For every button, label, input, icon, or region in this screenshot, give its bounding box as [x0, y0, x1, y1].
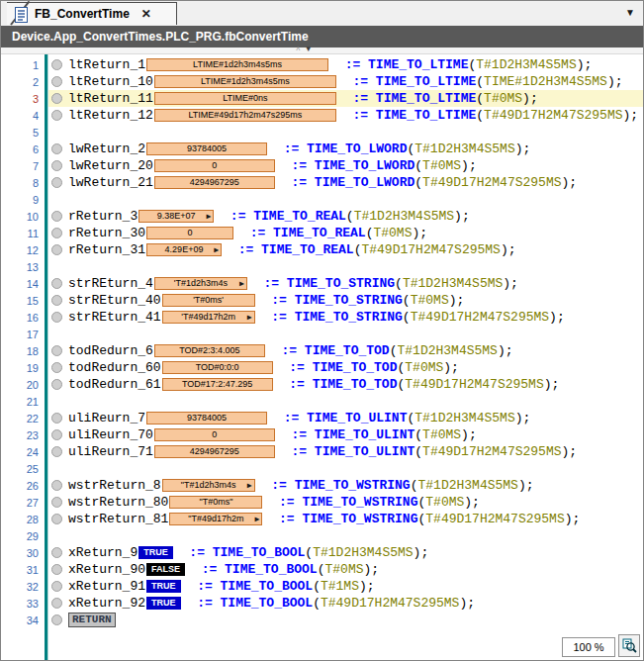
code-line[interactable]: xReturn_92TRUE := TIME_TO_BOOL(T#49D17H2… — [45, 595, 643, 612]
monitor-value-box[interactable]: 0 — [154, 159, 275, 172]
code-line[interactable] — [45, 124, 643, 141]
code-line[interactable]: wstrReturn_81"T#49d17h2m▶ := TIME_TO_WST… — [45, 511, 643, 527]
code-line[interactable]: uliReurn_700 := TIME_TO_ULINT(T#0MS); — [45, 426, 643, 443]
code-line[interactable] — [45, 191, 643, 208]
splitter-handle[interactable]: ˄ ▼ — [296, 46, 313, 53]
breakpoint-dot[interactable] — [51, 514, 62, 524]
breakpoint-dot[interactable] — [51, 345, 62, 356]
breakpoint-dot[interactable] — [51, 379, 62, 390]
monitor-value-badge[interactable]: TRUE — [146, 580, 181, 593]
code-line[interactable]: xReturn_90FALSE := TIME_TO_BOOL(T#0MS); — [45, 561, 643, 578]
monitor-value-box[interactable]: TOD#17:2:47.295 — [162, 378, 273, 391]
monitor-value-box[interactable]: "T#1d2h3m4s▶ — [162, 479, 255, 492]
breakpoint-dot[interactable] — [51, 228, 62, 238]
breakpoint-dot[interactable] — [51, 547, 62, 558]
breakpoint-dot[interactable] — [51, 446, 62, 457]
code-line[interactable]: ltReturn_11LTIME#0ns := TIME_TO_LTIME(T#… — [45, 90, 643, 107]
zoom-level-field[interactable]: 100 % — [562, 637, 615, 657]
monitor-value-box[interactable]: LTIME#1d2h3m4s5ms — [146, 58, 328, 71]
code-line[interactable]: todRedurn_61TOD#17:2:47.295 := TIME_TO_T… — [45, 376, 643, 393]
code-line[interactable]: wstrReturn_8"T#1d2h3m4s▶ := TIME_TO_WSTR… — [45, 477, 643, 494]
breakpoint-dot[interactable] — [51, 93, 62, 104]
breakpoint-dot[interactable] — [51, 160, 62, 171]
code-line[interactable]: wstrReturn_80"T#0ms" := TIME_TO_WSTRING(… — [45, 494, 643, 511]
breakpoint-dot[interactable] — [51, 110, 62, 121]
breakpoint-dot[interactable] — [51, 312, 62, 323]
monitor-value-badge[interactable]: TRUE — [146, 597, 181, 610]
code-line[interactable]: lwReturn_214294967295 := TIME_TO_LWORD(T… — [45, 174, 643, 191]
monitor-value-box[interactable]: TOD#0:0:0 — [162, 361, 273, 374]
code-line[interactable]: rReturn_300 := TIME_TO_REAL(T#0MS); — [45, 225, 643, 241]
code-line[interactable] — [45, 393, 643, 410]
monitor-value-box[interactable]: 4.29E+09▶ — [146, 243, 222, 256]
code-line[interactable]: strREturn_40'T#0ms' := TIME_TO_STRING(T#… — [45, 292, 643, 309]
code-line[interactable] — [45, 527, 643, 544]
zoom-tool-button[interactable] — [618, 634, 640, 657]
code-line[interactable]: uliReurn_793784005 := TIME_TO_ULINT(T#1D… — [45, 410, 643, 426]
breakpoint-dot[interactable] — [51, 211, 62, 222]
monitor-value-box[interactable]: 4294967295 — [154, 176, 275, 189]
code-line[interactable]: RETURN — [45, 612, 643, 628]
code-line[interactable]: ltReturn_12LTIME#49d17h2m47s295ms := TIM… — [45, 107, 643, 124]
monitor-value-box[interactable]: 4294967295 — [154, 445, 275, 458]
expand-arrow-icon[interactable]: ▶ — [214, 245, 219, 255]
tab-list-dropdown-icon[interactable]: ▼ — [625, 7, 635, 18]
monitor-value-badge[interactable]: TRUE — [138, 546, 173, 559]
monitor-value-box[interactable]: 93784005 — [146, 412, 267, 425]
breakpoint-dot[interactable] — [51, 429, 62, 440]
monitor-value-box[interactable]: LTIME#49d17h2m47s295ms — [154, 109, 336, 122]
breakpoint-dot[interactable] — [51, 598, 62, 609]
breakpoint-dot[interactable] — [51, 295, 62, 306]
breakpoint-dot[interactable] — [51, 614, 62, 625]
tab-close-icon[interactable]: ✕ — [141, 7, 151, 21]
breakpoint-dot[interactable] — [51, 177, 62, 188]
expand-arrow-icon[interactable]: ▶ — [247, 481, 252, 491]
breakpoint-dot[interactable] — [51, 362, 62, 373]
code-line[interactable]: rReturn_314.29E+09▶ := TIME_TO_REAL(T#49… — [45, 241, 643, 258]
monitor-value-box[interactable]: 'T#1d2h3m4s▶ — [154, 277, 247, 290]
monitor-value-box[interactable]: TOD#2:3:4.005 — [154, 344, 265, 357]
breakpoint-dot[interactable] — [51, 497, 62, 508]
breakpoint-dot[interactable] — [51, 564, 62, 575]
code-editor[interactable]: 1ltReturn_1LTIME#1d2h3m4s5ms := TIME_TO_… — [1, 54, 643, 660]
code-line[interactable]: ltReturn_10LTIME#1d2h3m4s5ms := TIME_TO_… — [45, 73, 643, 90]
code-line[interactable]: xReturn_9TRUE := TIME_TO_BOOL(T#1D2H3M4S… — [45, 544, 643, 561]
breakpoint-dot[interactable] — [51, 76, 62, 87]
monitor-value-box[interactable]: 9.38E+07▶ — [138, 210, 214, 223]
breakpoint-dot[interactable] — [51, 278, 62, 289]
splitter[interactable]: ˄ ▼ — [1, 47, 643, 54]
monitor-value-box[interactable]: 93784005 — [146, 142, 267, 155]
breakpoint-dot[interactable] — [51, 480, 62, 491]
code-line[interactable]: xReturn_91TRUE := TIME_TO_BOOL(T#1MS); — [45, 578, 643, 595]
code-line[interactable] — [45, 326, 643, 342]
monitor-value-box[interactable]: 0 — [154, 428, 275, 441]
monitor-value-box[interactable]: "T#49d17h2m▶ — [169, 513, 262, 525]
code-line[interactable]: ltReturn_1LTIME#1d2h3m4s5ms := TIME_TO_L… — [45, 56, 643, 73]
monitor-value-box[interactable]: 'T#0ms' — [162, 294, 255, 307]
monitor-value-box[interactable]: LTIME#1d2h3m4s5ms — [154, 75, 336, 88]
tab-fb-converttime[interactable]: FB_ConvertTime ✕ — [7, 2, 177, 25]
code-line[interactable] — [45, 258, 643, 275]
monitor-value-box[interactable]: LTIME#0ns — [154, 92, 336, 105]
expand-arrow-icon[interactable]: ▶ — [255, 515, 260, 524]
expand-arrow-icon[interactable]: ▶ — [239, 279, 244, 289]
monitor-value-box[interactable]: "T#0ms" — [169, 496, 262, 509]
breakpoint-dot[interactable] — [51, 59, 62, 70]
code-line[interactable] — [45, 460, 643, 477]
code-line[interactable]: strREturn_41'T#49d17h2m▶ := TIME_TO_STRI… — [45, 309, 643, 326]
breakpoint-dot[interactable] — [51, 143, 62, 154]
breakpoint-dot[interactable] — [51, 413, 62, 424]
code-line[interactable]: todRedurn_60TOD#0:0:0 := TIME_TO_TOD(T#0… — [45, 359, 643, 376]
expand-arrow-icon[interactable]: ▶ — [206, 212, 211, 222]
code-line[interactable]: rReturn_39.38E+07▶ := TIME_TO_REAL(T#1D2… — [45, 208, 643, 225]
code-line[interactable]: strREturn_4'T#1d2h3m4s▶ := TIME_TO_STRIN… — [45, 275, 643, 292]
monitor-value-box[interactable]: 'T#49d17h2m▶ — [162, 311, 255, 324]
code-line[interactable]: lwReturn_200 := TIME_TO_LWORD(T#0MS); — [45, 157, 643, 174]
breakpoint-dot[interactable] — [51, 244, 62, 255]
code-line[interactable]: todRedurn_6TOD#2:3:4.005 := TIME_TO_TOD(… — [45, 342, 643, 359]
expand-arrow-icon[interactable]: ▶ — [247, 313, 252, 323]
monitor-value-badge[interactable]: FALSE — [146, 563, 185, 576]
monitor-value-box[interactable]: 0 — [146, 227, 233, 239]
code-line[interactable]: uliReurn_714294967295 := TIME_TO_ULINT(T… — [45, 443, 643, 460]
code-line[interactable]: lwReturn_293784005 := TIME_TO_LWORD(T#1D… — [45, 141, 643, 157]
